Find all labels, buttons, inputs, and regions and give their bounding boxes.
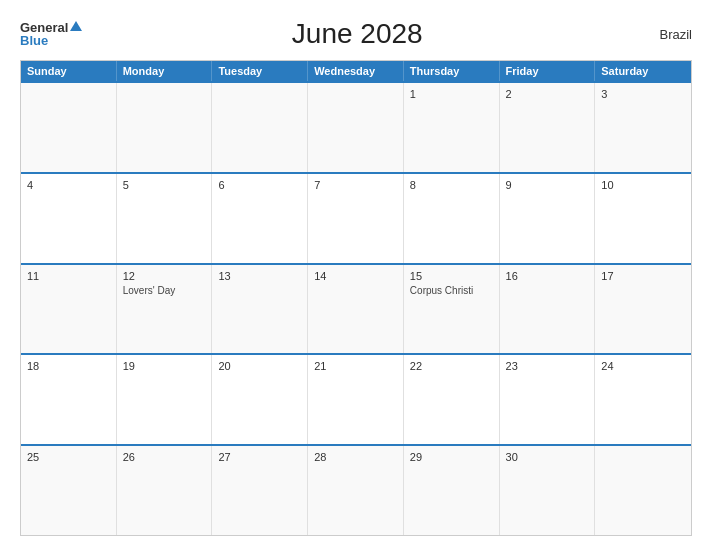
calendar-week-4: 18192021222324 xyxy=(21,353,691,444)
calendar: SundayMondayTuesdayWednesdayThursdayFrid… xyxy=(20,60,692,536)
country-label: Brazil xyxy=(632,27,692,42)
day-number: 8 xyxy=(410,179,493,191)
calendar-cell: 16 xyxy=(500,265,596,354)
calendar-cell: 22 xyxy=(404,355,500,444)
day-number: 17 xyxy=(601,270,685,282)
weekday-header-tuesday: Tuesday xyxy=(212,61,308,81)
day-number: 4 xyxy=(27,179,110,191)
day-number: 5 xyxy=(123,179,206,191)
calendar-cell: 12Lovers' Day xyxy=(117,265,213,354)
day-number: 14 xyxy=(314,270,397,282)
calendar-cell: 8 xyxy=(404,174,500,263)
weekday-header-friday: Friday xyxy=(500,61,596,81)
calendar-week-2: 45678910 xyxy=(21,172,691,263)
calendar-cell xyxy=(308,83,404,172)
day-number: 7 xyxy=(314,179,397,191)
calendar-cell: 3 xyxy=(595,83,691,172)
day-number: 28 xyxy=(314,451,397,463)
calendar-cell: 9 xyxy=(500,174,596,263)
day-number: 22 xyxy=(410,360,493,372)
day-number: 16 xyxy=(506,270,589,282)
calendar-cell: 29 xyxy=(404,446,500,535)
day-number: 20 xyxy=(218,360,301,372)
calendar-cell: 1 xyxy=(404,83,500,172)
calendar-cell xyxy=(117,83,213,172)
day-number: 29 xyxy=(410,451,493,463)
day-number: 19 xyxy=(123,360,206,372)
day-number: 6 xyxy=(218,179,301,191)
weekday-header-saturday: Saturday xyxy=(595,61,691,81)
weekday-header-thursday: Thursday xyxy=(404,61,500,81)
day-number: 11 xyxy=(27,270,110,282)
day-event: Lovers' Day xyxy=(123,284,206,297)
calendar-cell: 28 xyxy=(308,446,404,535)
day-number: 23 xyxy=(506,360,589,372)
day-number: 12 xyxy=(123,270,206,282)
calendar-cell: 13 xyxy=(212,265,308,354)
weekday-header-wednesday: Wednesday xyxy=(308,61,404,81)
calendar-cell: 24 xyxy=(595,355,691,444)
day-number: 26 xyxy=(123,451,206,463)
calendar-cell: 23 xyxy=(500,355,596,444)
calendar-cell: 10 xyxy=(595,174,691,263)
calendar-cell: 30 xyxy=(500,446,596,535)
calendar-header: General Blue June 2028 Brazil xyxy=(20,18,692,50)
calendar-cell xyxy=(595,446,691,535)
day-number: 27 xyxy=(218,451,301,463)
day-number: 24 xyxy=(601,360,685,372)
month-title: June 2028 xyxy=(82,18,632,50)
day-number: 21 xyxy=(314,360,397,372)
calendar-cell: 17 xyxy=(595,265,691,354)
day-number: 18 xyxy=(27,360,110,372)
calendar-cell: 21 xyxy=(308,355,404,444)
calendar-cell: 11 xyxy=(21,265,117,354)
calendar-cell: 15Corpus Christi xyxy=(404,265,500,354)
day-number: 2 xyxy=(506,88,589,100)
calendar-week-1: 123 xyxy=(21,81,691,172)
calendar-cell: 5 xyxy=(117,174,213,263)
calendar-body: 123456789101112Lovers' Day131415Corpus C… xyxy=(21,81,691,535)
day-event: Corpus Christi xyxy=(410,284,493,297)
calendar-cell: 25 xyxy=(21,446,117,535)
calendar-cell: 4 xyxy=(21,174,117,263)
calendar-cell xyxy=(212,83,308,172)
day-number: 25 xyxy=(27,451,110,463)
logo-triangle-icon xyxy=(70,21,82,31)
day-number: 13 xyxy=(218,270,301,282)
weekday-header-sunday: Sunday xyxy=(21,61,117,81)
calendar-cell: 26 xyxy=(117,446,213,535)
calendar-cell: 18 xyxy=(21,355,117,444)
calendar-cell: 20 xyxy=(212,355,308,444)
day-number: 30 xyxy=(506,451,589,463)
day-number: 1 xyxy=(410,88,493,100)
day-number: 15 xyxy=(410,270,493,282)
day-number: 10 xyxy=(601,179,685,191)
day-number: 3 xyxy=(601,88,685,100)
day-number: 9 xyxy=(506,179,589,191)
calendar-cell: 14 xyxy=(308,265,404,354)
calendar-cell: 27 xyxy=(212,446,308,535)
calendar-cell: 7 xyxy=(308,174,404,263)
logo: General Blue xyxy=(20,21,82,47)
calendar-cell xyxy=(21,83,117,172)
calendar-weekday-header: SundayMondayTuesdayWednesdayThursdayFrid… xyxy=(21,61,691,81)
calendar-cell: 2 xyxy=(500,83,596,172)
calendar-cell: 6 xyxy=(212,174,308,263)
calendar-week-5: 252627282930 xyxy=(21,444,691,535)
weekday-header-monday: Monday xyxy=(117,61,213,81)
calendar-cell: 19 xyxy=(117,355,213,444)
logo-blue-text: Blue xyxy=(20,34,48,47)
calendar-week-3: 1112Lovers' Day131415Corpus Christi1617 xyxy=(21,263,691,354)
